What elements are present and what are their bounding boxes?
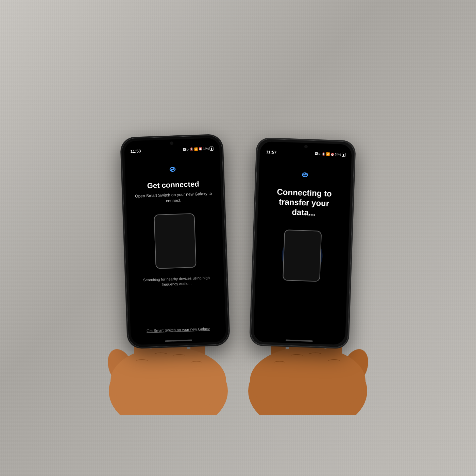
right-status-icons: 🖼 ▷ 🔇 📶 ⏰ 34% ▮	[315, 152, 345, 157]
cast-icon: ▷	[186, 148, 189, 151]
right-volume-up	[255, 172, 257, 183]
right-cast-icon: ▷	[319, 152, 321, 155]
home-bar-left	[165, 339, 192, 342]
right-battery-icon: ▮	[342, 153, 345, 157]
battery-text: 35%	[203, 147, 209, 151]
left-phone-screen: 11:53 🖼 ▷ 🔇 📶 ⏰ 35% ▮	[124, 138, 226, 345]
phones-container: 11:53 🖼 ▷ 🔇 📶 ⏰ 35% ▮	[124, 109, 352, 347]
left-phone-unit: 11:53 🖼 ▷ 🔇 📶 ⏰ 35% ▮	[124, 136, 226, 347]
right-mute-icon: 🔇	[322, 152, 325, 156]
svg-point-6	[111, 347, 226, 415]
home-bar-right	[286, 339, 313, 342]
left-status-icons: 🖼 ▷ 🔇 📶 ⏰ 35% ▮	[183, 147, 213, 152]
left-time: 11:53	[130, 149, 141, 154]
right-link-chain-icon	[299, 169, 310, 183]
main-scene: 11:53 🖼 ▷ 🔇 📶 ⏰ 35% ▮	[0, 0, 476, 476]
right-time: 11:57	[266, 150, 276, 155]
right-wifi-icon: 📶	[326, 152, 330, 156]
right-battery-text: 34%	[335, 153, 341, 156]
right-phone: 11:57 🖼 ▷ 🔇 📶 ⏰ 34% ▮	[250, 138, 355, 348]
right-front-camera	[304, 145, 308, 148]
right-app-content: Connecting to transfer your data...	[253, 155, 351, 339]
power-button	[223, 176, 225, 193]
svg-point-14	[250, 347, 366, 415]
phone-illustration-right	[283, 230, 322, 282]
front-camera	[170, 141, 173, 145]
right-notification-icon: 🖼	[315, 152, 318, 155]
wifi-icon: 📶	[194, 148, 198, 151]
phone-illustration-left	[154, 213, 197, 269]
volume-up-button	[121, 172, 123, 183]
left-subtitle: Open Smart Switch on your new Galaxy to …	[133, 191, 215, 205]
right-alarm-icon: ⏰	[330, 153, 334, 156]
alarm-icon: ⏰	[198, 147, 202, 151]
right-volume-down	[255, 186, 256, 196]
mute-icon: 🔇	[189, 148, 193, 151]
search-text: Searching for nearby devices using high …	[136, 275, 218, 288]
left-phone: 11:53 🖼 ▷ 🔇 📶 ⏰ 35% ▮	[120, 134, 230, 348]
left-main-title: Get connected	[147, 180, 199, 190]
volume-down-button	[122, 186, 123, 196]
get-smart-switch-link[interactable]: Get Smart Switch on your new Galaxy	[147, 327, 210, 333]
right-main-title: Connecting to transfer your data...	[266, 187, 342, 219]
right-phone-screen: 11:57 🖼 ▷ 🔇 📶 ⏰ 34% ▮	[253, 141, 352, 345]
right-phone-unit: 11:57 🖼 ▷ 🔇 📶 ⏰ 34% ▮	[253, 139, 352, 347]
notification-icon: 🖼	[183, 148, 186, 151]
right-power-button	[353, 183, 355, 200]
battery-icon: ▮	[209, 147, 213, 151]
link-chain-icon	[167, 164, 178, 177]
left-app-content: Get connected Open Smart Switch on your …	[124, 152, 226, 339]
